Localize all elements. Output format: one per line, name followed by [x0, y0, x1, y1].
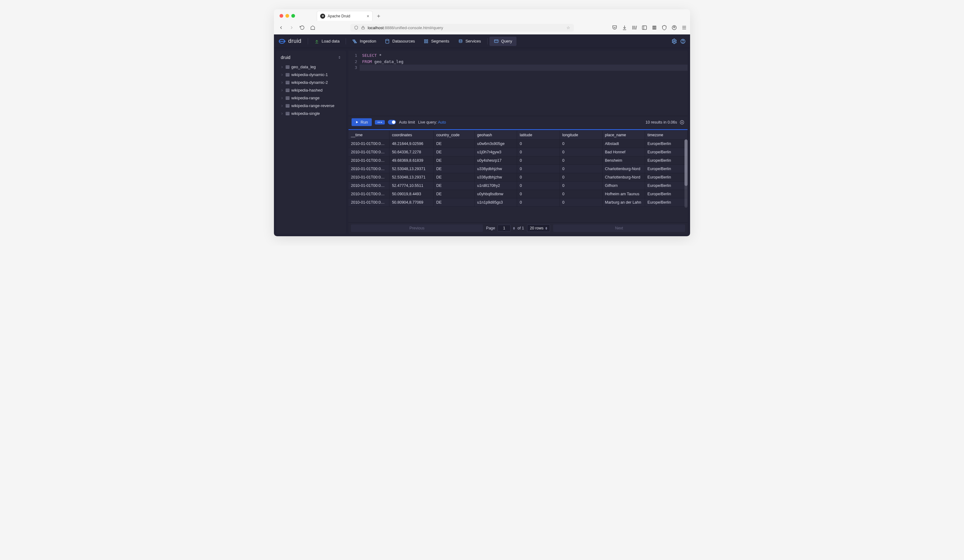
maximize-window-icon[interactable]: [291, 14, 295, 18]
svg-point-31: [379, 122, 380, 123]
cell: 2010-01-01T00:00:00.: [348, 140, 389, 148]
rows-spinner-icon: [546, 227, 547, 230]
table-row[interactable]: 2010-01-01T00:00:00.48.21644,9.02596DEu0…: [348, 140, 687, 148]
run-button[interactable]: Run: [352, 118, 372, 126]
scrollbar-thumb[interactable]: [684, 140, 687, 186]
cell: 0: [560, 140, 602, 148]
column-header[interactable]: coordinates: [389, 131, 434, 140]
table-row[interactable]: 2010-01-01T00:00:00.50.09019,8.4493DEu0y…: [348, 190, 687, 198]
close-tab-icon[interactable]: ×: [367, 14, 369, 19]
results-grid[interactable]: __timecoordinatescountry_codegeohashlati…: [348, 131, 687, 222]
nav-services[interactable]: Services: [454, 37, 485, 46]
pocket-icon[interactable]: [612, 25, 617, 31]
url-host: localhost: [368, 26, 384, 30]
sidebar-item[interactable]: wikipedia-dynamic-2: [278, 78, 344, 86]
table-row[interactable]: 2010-01-01T00:00:00.52.53048,13.29371DEu…: [348, 165, 687, 173]
back-button[interactable]: [277, 24, 285, 32]
logo[interactable]: druid: [278, 37, 301, 45]
svg-rect-17: [427, 42, 428, 43]
nav-segments[interactable]: Segments: [419, 37, 454, 46]
extension-icon[interactable]: [651, 25, 657, 31]
svg-rect-11: [354, 41, 356, 42]
sidebar-item-label: wikipedia-hashed: [291, 88, 322, 93]
sidebar-item[interactable]: wikipedia-dynamic-1: [278, 71, 344, 78]
nav-datasources[interactable]: Datasources: [381, 37, 419, 46]
tab-title: Apache Druid: [328, 14, 350, 18]
home-button[interactable]: [309, 24, 317, 32]
page-input[interactable]: [498, 225, 511, 232]
sidebar-item[interactable]: wikipedia-range-reverse: [278, 102, 344, 110]
table-icon: [285, 104, 290, 108]
new-tab-button[interactable]: ＋: [376, 12, 381, 19]
nav-ingestion[interactable]: Ingestion: [348, 37, 381, 46]
cell: Albstadt: [602, 140, 645, 148]
nav-load-data[interactable]: Load data: [310, 37, 344, 46]
table-row[interactable]: 2010-01-01T00:00:00.50.64336,7.2278DEu1j…: [348, 148, 687, 156]
library-icon[interactable]: [632, 25, 637, 31]
cell: 0: [560, 173, 602, 182]
rows-per-page-select[interactable]: 20 rows: [527, 224, 550, 232]
live-query-value[interactable]: Auto: [438, 120, 446, 125]
forward-button[interactable]: [288, 24, 296, 32]
downloads-icon[interactable]: [622, 25, 627, 31]
results-panel: __timecoordinatescountry_codegeohashlati…: [348, 131, 687, 234]
browser-tab[interactable]: ⌘ Apache Druid ×: [317, 11, 373, 21]
column-header[interactable]: __time: [348, 131, 389, 140]
sidebar-item[interactable]: geo_data_leg: [278, 63, 344, 71]
hamburger-icon[interactable]: [681, 25, 687, 31]
cell: 0: [517, 173, 560, 182]
cell: 49.68369,8.61839: [389, 156, 434, 165]
nav-query[interactable]: Query: [489, 37, 516, 46]
ublock-icon[interactable]: [661, 25, 667, 31]
code-area[interactable]: SELECT * FROM geo_data_leg: [360, 50, 687, 116]
cell: Hofheim am Taunus: [602, 190, 645, 198]
column-header[interactable]: place_name: [602, 131, 645, 140]
cell: DE: [433, 173, 475, 182]
table-row[interactable]: 2010-01-01T00:00:00.52.47774,10.5511DEu1…: [348, 182, 687, 190]
sidebar-icon[interactable]: [642, 25, 647, 31]
auto-limit-toggle[interactable]: [388, 120, 396, 125]
account-icon[interactable]: [671, 25, 677, 31]
help-icon[interactable]: [680, 39, 686, 44]
url-input[interactable]: localhost:8888/unified-console.html#quer…: [350, 24, 574, 32]
sidebar-item[interactable]: wikipedia-hashed: [278, 86, 344, 94]
previous-button[interactable]: Previous: [351, 224, 483, 232]
column-header[interactable]: geohash: [475, 131, 517, 140]
column-header[interactable]: country_code: [433, 131, 475, 140]
cell: Gifhorn: [602, 182, 645, 190]
download-icon[interactable]: [679, 120, 684, 125]
chevron-right-icon: [280, 73, 284, 77]
sidebar-item[interactable]: wikipedia-range: [278, 94, 344, 102]
table-row[interactable]: 2010-01-01T00:00:00.52.53048,13.29371DEu…: [348, 173, 687, 182]
accent-divider: [348, 129, 687, 130]
close-window-icon[interactable]: [280, 14, 283, 18]
column-header[interactable]: longitude: [560, 131, 602, 140]
svg-rect-27: [286, 97, 290, 99]
cell: u0y4shesrp17: [475, 156, 517, 165]
minimize-window-icon[interactable]: [285, 14, 289, 18]
browser-window: ⌘ Apache Druid × ＋ localhost:8888/unifie…: [274, 9, 690, 236]
page-spinner[interactable]: [513, 227, 515, 230]
sql-editor[interactable]: 1 2 3 SELECT * FROM geo_data_leg: [348, 50, 687, 116]
svg-rect-29: [286, 112, 290, 115]
run-bar: Run Auto limit Live query: Auto 10 resul…: [348, 116, 687, 128]
table-row[interactable]: 2010-01-01T00:00:00.49.68369,8.61839DEu0…: [348, 156, 687, 165]
column-header[interactable]: timezone: [645, 131, 687, 140]
reload-button[interactable]: [298, 24, 306, 32]
cell: 0: [517, 165, 560, 173]
gear-icon[interactable]: [671, 39, 677, 44]
cell: 48.21644,9.02596: [389, 140, 434, 148]
cell: DE: [433, 190, 475, 198]
svg-rect-12: [355, 42, 357, 43]
vertical-scrollbar[interactable]: [684, 140, 687, 208]
sidebar-item-label: wikipedia-dynamic-1: [291, 72, 328, 77]
cell: Marburg an der Lahn: [602, 198, 645, 207]
sidebar-item[interactable]: wikipedia-single: [278, 110, 344, 117]
table-row[interactable]: 2010-01-01T00:00:00.50.80904,8.77069DEu1…: [348, 198, 687, 207]
cell: Charlottenburg-Nord: [602, 173, 645, 182]
column-header[interactable]: latitude: [517, 131, 560, 140]
run-more-button[interactable]: [375, 120, 385, 125]
sort-icon[interactable]: [337, 55, 342, 60]
bookmark-star-icon[interactable]: ☆: [567, 26, 570, 30]
next-button[interactable]: Next: [553, 224, 685, 232]
